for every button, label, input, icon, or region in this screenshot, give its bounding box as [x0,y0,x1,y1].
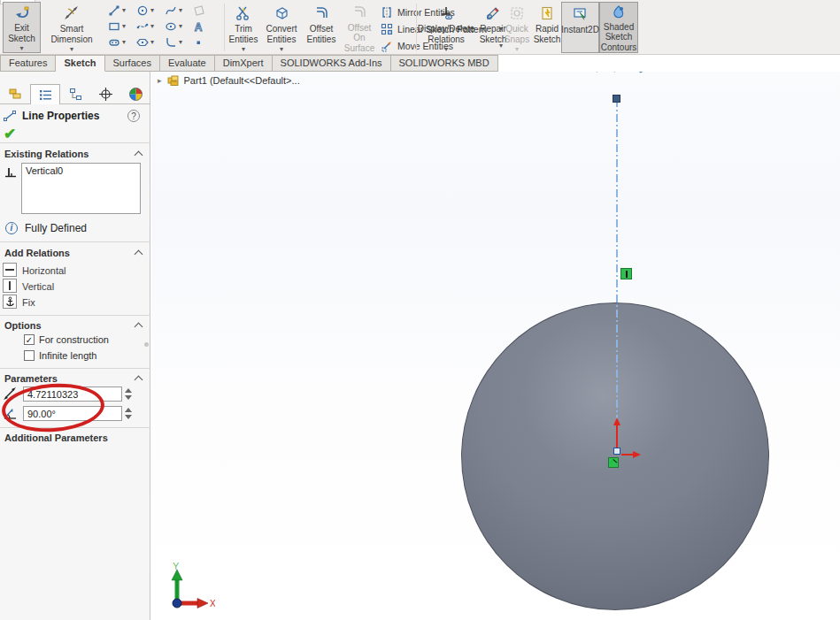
line-endpoint-origin[interactable] [613,448,620,455]
expand-triangle-icon[interactable]: ▸ [158,76,162,85]
freeform-spline-tool-button[interactable]: ▾ [131,19,159,34]
dropdown-caret-icon[interactable]: ▾ [122,23,126,30]
ellipse-tool-button[interactable]: ▾ [159,19,188,34]
add-relations-header[interactable]: Add Relations [0,248,150,261]
dropdown-caret-icon[interactable]: ▾ [179,39,182,46]
zoom-to-area-icon[interactable] [602,72,617,73]
rapid-sketch-button[interactable]: Rapid Sketch [533,2,561,53]
vertical-relation-button[interactable] [3,279,17,293]
display-style-icon[interactable] [697,72,712,73]
dropdown-caret-icon[interactable]: ▾ [19,45,23,52]
existing-relations-list[interactable]: Vertical0 [21,163,141,214]
dropdown-caret-icon[interactable]: ▾ [150,7,154,14]
fillet-tool-button[interactable]: ▾ [159,34,188,50]
configuration-manager-tab[interactable] [60,84,90,104]
line-endpoint-top[interactable] [613,95,620,103]
angle-spinner[interactable] [125,408,132,419]
instant2d-button[interactable]: Instant2D [561,2,599,53]
dropdown-caret-icon[interactable]: ▾ [242,46,245,53]
feature-manager-tab[interactable] [0,84,30,104]
horizontal-relation-label[interactable]: Horizontal [22,265,66,276]
fix-relation-label[interactable]: Fix [22,297,35,308]
rectangle-tool-button[interactable]: ▾ [103,19,131,34]
convert-entities-button[interactable]: Convert Entities ▾ [262,2,301,53]
tab-dimxpert[interactable]: DimXpert [215,55,273,72]
chevron-up-icon[interactable] [135,250,143,259]
part-label[interactable]: Part1 (Default<<Default>... [184,75,300,86]
previous-view-icon[interactable] [620,72,635,73]
edit-appearance-icon[interactable] [744,72,759,73]
chevron-up-icon[interactable] [135,323,143,332]
tab-surfaces[interactable]: Surfaces [105,55,160,72]
graphics-viewport[interactable]: ▸ Part1 (Default<<Default>... ▾ ▾ ▾ ▾ ▾ [151,72,840,620]
shaded-sketch-contours-button[interactable]: Shaded Sketch Contours [599,2,638,53]
for-construction-label[interactable]: For construction [39,334,109,345]
property-manager-tab[interactable] [30,84,60,104]
infinite-length-checkbox[interactable] [24,350,35,361]
point-tool-button[interactable] [188,34,209,50]
ok-check-icon[interactable]: ✔ [4,125,16,143]
additional-parameters-header[interactable]: Additional Parameters [0,432,150,446]
trim-entities-button[interactable]: Trim Entities ▾ [227,2,260,53]
vertical-relation-badge[interactable] [620,268,632,279]
dropdown-caret-icon: ▾ [515,46,519,53]
existing-relations-header[interactable]: Existing Relations [0,149,150,162]
relation-item[interactable]: Vertical0 [26,165,136,176]
vertical-relation-icon [4,165,18,180]
dropdown-caret-icon[interactable]: ▾ [179,23,182,30]
tab-solidworks-add-ins[interactable]: SOLIDWORKS Add-Ins [273,55,391,72]
display-delete-relations-button[interactable]: Display/Delete Relations ▾ [419,2,474,53]
tab-features[interactable]: Features [0,55,56,72]
offset-entities-button[interactable]: Offset Entities [303,2,340,53]
offset-on-surface-button: Offset On Surface [342,2,377,53]
tab-evaluate[interactable]: Evaluate [160,55,215,72]
angle-input[interactable] [23,406,122,421]
parameters-header[interactable]: Parameters [0,373,150,387]
ribbon: Exit Sketch ▾ Smart Dimension ▾ ▾ ▾ ▾ [0,0,840,55]
spline-tool-button[interactable]: ▾ [159,3,188,19]
dropdown-caret-icon[interactable]: ▾ [150,23,154,30]
tab-solidworks-mbd[interactable]: SOLIDWORKS MBD [391,55,498,72]
construction-line[interactable] [616,99,618,451]
horizontal-relation-button[interactable] [3,263,17,277]
smart-dimension-button[interactable]: Smart Dimension ▾ [42,2,101,53]
section-view-icon[interactable] [637,72,652,73]
options-header[interactable]: Options [0,320,150,333]
dropdown-caret-icon[interactable]: ▾ [122,7,126,14]
display-manager-tab[interactable] [120,84,150,104]
coincident-relation-badge[interactable] [608,457,619,468]
chevron-up-icon[interactable] [135,151,143,160]
fix-relation-button[interactable] [3,295,17,309]
view-orientation-icon[interactable] [673,72,688,73]
dropdown-caret-icon[interactable]: ▾ [70,46,73,53]
vertical-relation-label[interactable]: Vertical [22,281,54,292]
tab-sketch[interactable]: Sketch [56,55,104,72]
line-tool-button[interactable]: ▾ [103,3,131,19]
dropdown-caret-icon[interactable]: ▾ [122,39,126,46]
dropdown-caret-icon[interactable]: ▾ [179,7,182,14]
infinite-length-row[interactable]: Infinite length [24,350,96,361]
infinite-length-label[interactable]: Infinite length [39,350,96,361]
help-icon[interactable]: ? [127,110,140,122]
length-input[interactable] [23,387,122,402]
circle-tool-button[interactable]: ▾ [131,3,159,19]
length-spinner[interactable] [125,388,132,400]
apply-scene-icon[interactable] [762,72,777,73]
view-settings-icon[interactable] [786,72,801,73]
hide-show-items-icon[interactable] [721,72,736,73]
for-construction-row[interactable]: ✓ For construction [24,334,109,345]
exit-sketch-button[interactable]: Exit Sketch ▾ [3,2,41,53]
panel-splitter-handle[interactable] [144,342,149,347]
dropdown-caret-icon[interactable]: ▾ [280,46,283,53]
dimxpert-manager-tab[interactable] [90,84,120,104]
dropdown-caret-icon[interactable]: ▾ [150,39,154,46]
zoom-to-fit-icon[interactable] [584,72,599,73]
slot-tool-button[interactable]: ▾ [103,34,131,50]
for-construction-checkbox[interactable]: ✓ [24,334,35,345]
annotation-views-icon[interactable] [655,72,670,73]
chevron-up-icon[interactable] [135,376,143,385]
dropdown-caret-icon[interactable]: ▾ [444,46,448,53]
text-tool-button[interactable]: A [188,19,209,34]
polygon-tool-button[interactable]: ▾ [131,34,159,50]
feature-tree-root[interactable]: ▸ Part1 (Default<<Default>... [158,74,300,87]
